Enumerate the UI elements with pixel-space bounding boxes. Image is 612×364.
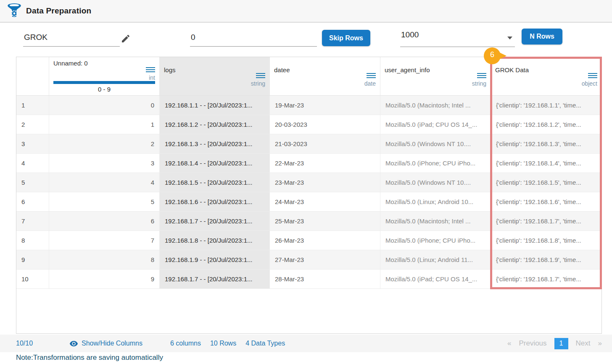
unnamed-cell[interactable]: 3	[49, 154, 160, 173]
column-header-user-agent-info[interactable]: user_agent_info string	[380, 57, 491, 95]
grok-data-cell[interactable]: {'clientip': '192.168.1.4', 'time...	[491, 154, 601, 173]
page-title: Data Preparation	[26, 6, 91, 16]
app-header: Data Preparation	[0, 0, 612, 23]
logs-cell[interactable]: 192.168.1.2 - - [20/Jul/2023:1...	[160, 115, 270, 134]
row-count-indicator: 10/10	[16, 340, 33, 347]
user-agent-cell[interactable]: Mozilla/5.0 (Macintosh; Intel ...	[380, 96, 491, 115]
datee-cell[interactable]: 19-Mar-23	[270, 96, 380, 115]
grok-data-cell[interactable]: {'clientip': '192.168.1.1', 'time...	[491, 96, 601, 115]
row-index-cell[interactable]: 6	[16, 192, 49, 211]
columns-count-label: 6 columns	[170, 340, 201, 347]
previous-page-button[interactable]: Previous	[519, 339, 546, 348]
grok-data-cell[interactable]: {'clientip': '192.168.1.9', 'time...	[491, 250, 601, 269]
datee-cell[interactable]: 21-03-2023	[270, 134, 380, 153]
row-index-cell[interactable]: 5	[16, 173, 49, 192]
table-row: 98192.168.1.9 - - [20/Jul/2023:1...27-Ma…	[16, 250, 601, 270]
user-agent-cell[interactable]: Mozilla/5.0 (iPad; CPU OS 14_...	[380, 270, 491, 288]
n-rows-selected-value: 1000	[400, 29, 419, 41]
first-page-arrow[interactable]: «	[507, 339, 511, 348]
logs-cell[interactable]: 192.168.1.1 - - [20/Jul/2023:1...	[160, 96, 270, 115]
unnamed-cell[interactable]: 6	[49, 212, 160, 230]
unnamed-cell[interactable]: 5	[49, 192, 160, 211]
unnamed-cell[interactable]: 9	[49, 270, 160, 288]
column-type-label: int	[146, 74, 155, 81]
grok-data-cell[interactable]: {'clientip': '192.168.1.7', 'time...	[491, 270, 601, 288]
datee-cell[interactable]: 28-Mar-23	[270, 270, 380, 288]
logs-cell[interactable]: 192.168.1.3 - - [20/Jul/2023:1...	[160, 134, 270, 153]
grok-data-cell[interactable]: {'clientip': '192.168.1.7', 'time...	[491, 212, 601, 230]
column-menu-icon[interactable]	[477, 73, 486, 78]
table-row: 43192.168.1.4 - - [20/Jul/2023:1...22-Ma…	[16, 154, 601, 173]
eye-icon	[69, 339, 78, 348]
user-agent-cell[interactable]: Mozilla/5.0 (Windows NT 10....	[380, 134, 491, 153]
user-agent-cell[interactable]: Mozilla/5.0 (Linux; Android 10...	[380, 192, 491, 211]
table-row: 32192.168.1.3 - - [20/Jul/2023:1...21-03…	[16, 134, 601, 154]
grok-data-cell[interactable]: {'clientip': '192.168.1.2', 'time...	[491, 115, 601, 134]
logs-cell[interactable]: 192.168.1.7 - - [20/Jul/2023:1...	[160, 270, 270, 288]
edit-pencil-icon[interactable]	[121, 34, 131, 44]
user-agent-cell[interactable]: Mozilla/5.0 (Macintosh; Intel ...	[380, 212, 491, 230]
row-index-cell[interactable]: 2	[16, 115, 49, 134]
column-menu-icon[interactable]	[146, 67, 155, 72]
user-agent-cell[interactable]: Mozilla/5.0 (iPhone; CPU iPho...	[380, 231, 491, 250]
user-agent-cell[interactable]: Mozilla/5.0 (Linux; Android 11...	[380, 250, 491, 269]
column-menu-icon[interactable]	[367, 73, 376, 78]
datee-cell[interactable]: 26-Mar-23	[270, 231, 380, 250]
logs-cell[interactable]: 192.168.1.7 - - [20/Jul/2023:1...	[160, 212, 270, 230]
skip-rows-button[interactable]: Skip Rows	[322, 30, 370, 46]
data-table: Unnamed: 0 int 0 - 9 logs string datee d…	[16, 57, 602, 334]
grok-data-cell[interactable]: {'clientip': '192.168.1.5', 'time...	[491, 173, 601, 192]
grok-data-cell[interactable]: {'clientip': '192.168.1.8', 'time...	[491, 231, 601, 250]
column-header-grok-data[interactable]: GROK Data object	[491, 57, 601, 95]
row-index-cell[interactable]: 4	[16, 154, 49, 173]
unnamed-cell[interactable]: 7	[49, 231, 160, 250]
row-index-cell[interactable]: 7	[16, 212, 49, 230]
table-row: 109192.168.1.7 - - [20/Jul/2023:1...28-M…	[16, 270, 601, 289]
column-menu-icon[interactable]	[588, 73, 597, 78]
n-rows-select[interactable]: 1000	[400, 29, 515, 47]
value-range-label: 0 - 9	[49, 86, 159, 93]
logs-cell[interactable]: 192.168.1.4 - - [20/Jul/2023:1...	[160, 154, 270, 173]
user-agent-cell[interactable]: Mozilla/5.0 (iPhone; CPU iPho...	[380, 154, 491, 173]
grok-data-cell[interactable]: {'clientip': '192.168.1.6', 'time...	[491, 192, 601, 211]
datee-cell[interactable]: 25-Mar-23	[270, 212, 380, 230]
unnamed-cell[interactable]: 4	[49, 173, 160, 192]
unnamed-cell[interactable]: 0	[49, 96, 160, 115]
last-page-arrow[interactable]: »	[598, 339, 602, 348]
user-agent-cell[interactable]: Mozilla/5.0 (iPad; CPU OS 14_...	[380, 115, 491, 134]
logs-cell[interactable]: 192.168.1.8 - - [20/Jul/2023:1...	[160, 231, 270, 250]
datee-cell[interactable]: 23-Mar-23	[270, 173, 380, 192]
grok-name-input[interactable]	[23, 30, 120, 47]
unnamed-cell[interactable]: 2	[49, 134, 160, 153]
column-menu-icon[interactable]	[256, 73, 265, 78]
logs-cell[interactable]: 192.168.1.6 - - [20/Jul/2023:1...	[160, 192, 270, 211]
skip-rows-input[interactable]	[190, 30, 317, 47]
table-row: 10192.168.1.1 - - [20/Jul/2023:1...19-Ma…	[16, 96, 601, 115]
row-index-cell[interactable]: 1	[16, 96, 49, 115]
show-hide-columns-button[interactable]: Show/Hide Columns	[69, 339, 142, 348]
column-header-logs[interactable]: logs string	[160, 57, 270, 95]
grok-data-cell[interactable]: {'clientip': '192.168.1.3', 'time...	[491, 134, 601, 153]
column-type-label: object	[582, 80, 597, 87]
unnamed-cell[interactable]: 1	[49, 115, 160, 134]
status-bar: 10/10 Show/Hide Columns 6 columns 10 Row…	[0, 335, 612, 352]
row-index-cell[interactable]: 9	[16, 250, 49, 269]
table-row: 54192.168.1.5 - - [20/Jul/2023:1...23-Ma…	[16, 173, 601, 192]
user-agent-cell[interactable]: Mozilla/5.0 (Windows NT 10....	[380, 173, 491, 192]
column-header-unnamed[interactable]: Unnamed: 0 int 0 - 9	[49, 57, 160, 95]
row-index-cell[interactable]: 3	[16, 134, 49, 153]
logs-cell[interactable]: 192.168.1.9 - - [20/Jul/2023:1...	[160, 250, 270, 269]
datee-cell[interactable]: 22-Mar-23	[270, 154, 380, 173]
current-page-button[interactable]: 1	[554, 338, 568, 349]
datee-cell[interactable]: 20-03-2023	[270, 115, 380, 134]
row-index-cell[interactable]: 10	[16, 270, 49, 288]
next-page-button[interactable]: Next	[576, 339, 591, 348]
datee-cell[interactable]: 27-Mar-23	[270, 250, 380, 269]
datee-cell[interactable]: 24-Mar-23	[270, 192, 380, 211]
logs-cell[interactable]: 192.168.1.5 - - [20/Jul/2023:1...	[160, 173, 270, 192]
column-header-datee[interactable]: datee date	[270, 57, 380, 95]
unnamed-cell[interactable]: 8	[49, 250, 160, 269]
n-rows-button[interactable]: N Rows	[522, 29, 562, 45]
value-range-bar	[53, 81, 155, 84]
row-index-cell[interactable]: 8	[16, 231, 49, 250]
